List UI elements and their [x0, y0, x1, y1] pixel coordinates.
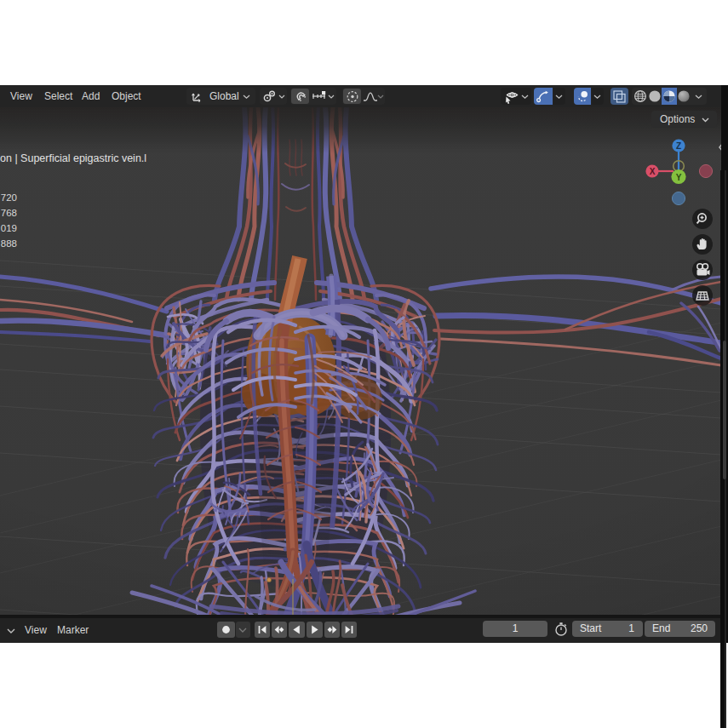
svg-text:X: X [650, 167, 656, 176]
svg-text:Z: Z [676, 141, 681, 151]
svg-text:Y: Y [676, 173, 682, 182]
